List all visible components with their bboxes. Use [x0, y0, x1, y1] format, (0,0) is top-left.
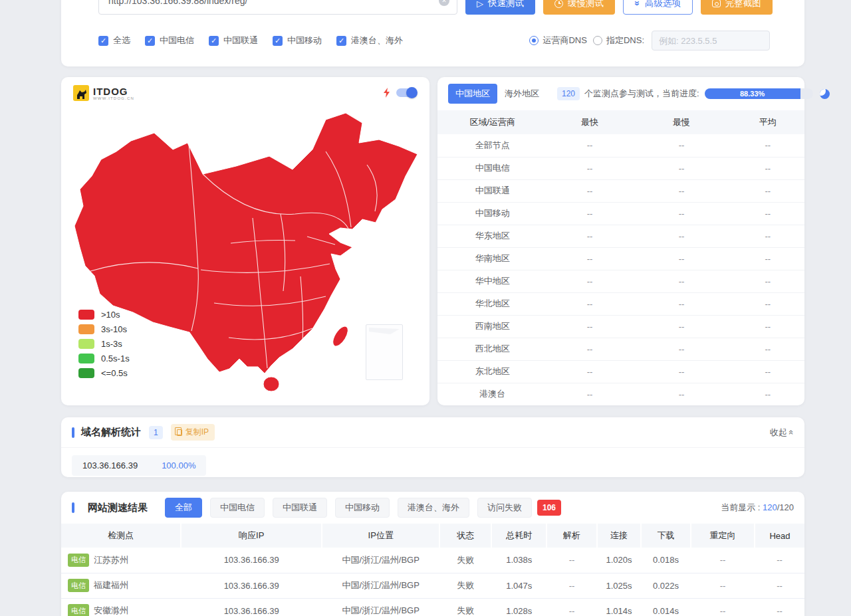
lightning-icon — [383, 88, 390, 98]
tab-overseas-region[interactable]: 海外地区 — [497, 84, 547, 104]
progress-fill: 88.33% — [705, 88, 800, 99]
slow-test-button[interactable]: 缓慢测试 — [543, 0, 615, 15]
copy-ip-button[interactable]: 复制IP — [171, 424, 215, 441]
checkbox-select-all[interactable]: 全选 — [98, 35, 130, 47]
dns-option-group: 运营商DNS 指定DNS: — [529, 31, 770, 51]
average-value: -- — [731, 292, 804, 315]
slowest-value: -- — [632, 225, 731, 247]
slowest-value: -- — [632, 247, 731, 270]
ip-percent[interactable]: 100.00% — [162, 461, 195, 470]
table-row: 东北地区------ — [437, 360, 804, 383]
region-table-header: 区域/运营商 最快 最慢 平均 — [437, 110, 804, 134]
legend-item: 3s-10s — [78, 322, 130, 336]
monitor-count-badge: 120 — [557, 87, 580, 100]
fastest-value: -- — [548, 270, 632, 292]
slowest-value: -- — [632, 157, 731, 179]
node-name: 福建福州 — [94, 579, 128, 591]
legend-swatch — [78, 339, 94, 349]
download-time: 0.018s — [641, 548, 691, 573]
average-value: -- — [731, 270, 804, 292]
slowest-value: -- — [632, 383, 731, 405]
response-ip: 103.36.166.39 — [181, 598, 322, 616]
redirect-time: -- — [691, 548, 755, 573]
url-input[interactable] — [98, 0, 457, 15]
speed-results-panel: 网站测速结果 全部 中国电信 中国联通 中国移动 港澳台、海外 访问失败 106… — [61, 492, 804, 616]
south-china-sea-inset — [366, 324, 403, 380]
tab-all[interactable]: 全部 — [165, 498, 202, 518]
col-download: 下载 — [641, 524, 691, 548]
node-name: 安徽滁州 — [94, 605, 128, 616]
average-value: -- — [731, 360, 804, 383]
table-row: 电信江苏苏州 103.36.166.39 中国/浙江/温州/BGP 失败 1.0… — [61, 548, 804, 573]
checkbox-china-unicom[interactable]: 中国联通 — [209, 35, 258, 47]
toggle-switch[interactable] — [396, 88, 416, 97]
itdog-logo: ITDOG WWW.ITDOG.CN — [73, 85, 134, 101]
legend-item: >10s — [78, 307, 130, 322]
fastest-value: -- — [548, 315, 632, 338]
ip-location: 中国/浙江/温州/BGP — [322, 573, 439, 598]
fastest-value: -- — [548, 134, 632, 157]
table-row: 港澳台------ — [437, 383, 804, 405]
tab-failed[interactable]: 访问失败 — [477, 498, 532, 518]
table-row: 中国电信------ — [437, 157, 804, 179]
legend-swatch — [78, 368, 94, 378]
tab-china-unicom[interactable]: 中国联通 — [273, 498, 327, 518]
slowest-value: -- — [632, 202, 731, 225]
checkbox-hmt-overseas[interactable]: 港澳台、海外 — [336, 35, 403, 47]
dns-count-badge: 1 — [149, 426, 163, 439]
region-name: 华中地区 — [437, 270, 548, 292]
advanced-options-button[interactable]: 高级选项 — [623, 0, 693, 15]
tab-hmt-overseas[interactable]: 港澳台、海外 — [398, 498, 469, 518]
table-row: 中国移动------ — [437, 202, 804, 225]
legend-swatch — [78, 354, 94, 363]
table-row: 华北地区------ — [437, 292, 804, 315]
fastest-value: -- — [548, 157, 632, 179]
slowest-value: -- — [632, 315, 731, 338]
fastest-value: -- — [548, 225, 632, 247]
col-average: 平均 — [731, 110, 804, 134]
tab-china-telecom[interactable]: 中国电信 — [210, 498, 265, 518]
isp-badge: 电信 — [68, 604, 89, 616]
play-icon — [477, 0, 483, 9]
region-name: 中国电信 — [437, 157, 548, 179]
legend-swatch — [78, 310, 94, 320]
region-panel-header: 中国地区 海外地区 120 个监测点参与测试，当前进度: 88.33% — [437, 77, 804, 110]
ip-pill: 103.36.166.39 100.00% — [72, 455, 206, 476]
quick-test-button[interactable]: 快速测试 — [465, 0, 535, 15]
dog-icon — [73, 85, 89, 101]
average-value: -- — [731, 134, 804, 157]
full-screenshot-button[interactable]: 完整截图 — [701, 0, 773, 15]
legend-item: 1s-3s — [78, 336, 130, 351]
head-time: -- — [755, 548, 804, 573]
legend-label: >10s — [101, 310, 120, 320]
radio-operator-dns[interactable]: 运营商DNS — [529, 35, 586, 47]
checkbox-china-telecom[interactable]: 中国电信 — [145, 35, 194, 47]
fastest-value: -- — [548, 360, 632, 383]
clear-icon[interactable] — [439, 0, 449, 6]
connect-time: 1.014s — [597, 598, 641, 616]
legend-label: 0.5s-1s — [101, 354, 130, 363]
display-count: 当前显示 : 120/120 — [721, 502, 794, 514]
radio-unselected-icon — [593, 36, 602, 45]
table-row: 电信安徽滁州 103.36.166.39 中国/浙江/温州/BGP 失败 1.0… — [61, 598, 804, 616]
dns-input[interactable] — [652, 31, 770, 51]
display-current: 120 — [763, 502, 777, 512]
ip-location: 中国/浙江/温州/BGP — [322, 598, 439, 616]
results-tabs: 全部 中国电信 中国联通 中国移动 港澳台、海外 访问失败 106 — [165, 498, 561, 518]
col-node: 检测点 — [61, 524, 181, 548]
col-ip-location: IP位置 — [322, 524, 439, 548]
loading-moon-icon — [820, 89, 830, 99]
checkbox-china-mobile[interactable]: 中国移动 — [273, 35, 322, 47]
dns-stats-title: 域名解析统计 — [81, 426, 141, 439]
region-name: 中国移动 — [437, 202, 548, 225]
legend-item: 0.5s-1s — [78, 351, 130, 365]
speed-toggle[interactable] — [383, 88, 416, 98]
tab-china-region[interactable]: 中国地区 — [448, 84, 497, 104]
average-value: -- — [731, 225, 804, 247]
resolve-time: -- — [547, 573, 597, 598]
fastest-value: -- — [548, 383, 632, 405]
tab-china-mobile[interactable]: 中国移动 — [335, 498, 390, 518]
radio-custom-dns[interactable]: 指定DNS: — [593, 35, 644, 47]
collapse-link[interactable]: 收起 — [770, 427, 794, 439]
node-name: 江苏苏州 — [94, 554, 128, 566]
